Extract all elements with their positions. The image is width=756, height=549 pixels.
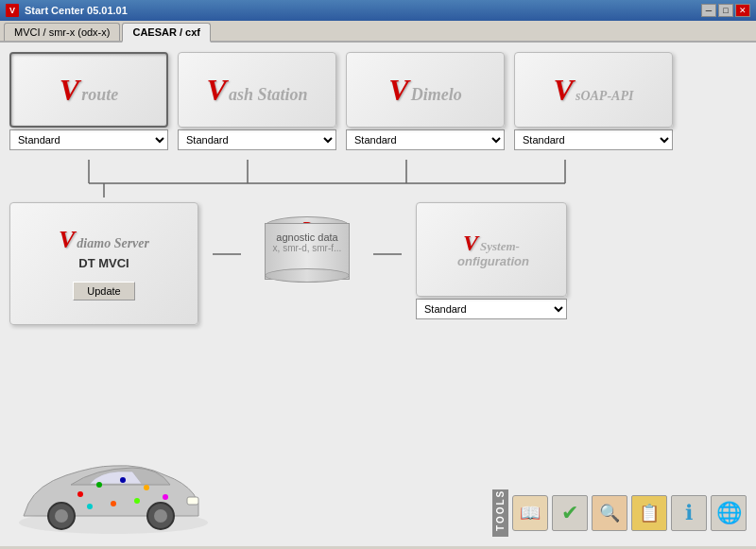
app-icon: V [6, 4, 19, 17]
vsoap-text: sOAP-API [576, 89, 633, 104]
window-controls[interactable]: ─ □ ✕ [701, 4, 750, 17]
tab-caesar[interactable]: CAESAR / cxf [122, 23, 211, 43]
window-title: Start Center 05.01.01 [25, 5, 128, 16]
diagnostic-area: D agnostic data x, smr-d, smr-f... [255, 212, 359, 287]
tab-mvci[interactable]: MVCI / smr-x (odx-x) [4, 23, 120, 41]
update-button[interactable]: Update [73, 282, 134, 300]
vdimelo-text: Dimelo [411, 85, 462, 105]
vroute-logo: V route [52, 67, 126, 112]
vsoap-dropdown-row: Standard [514, 129, 673, 150]
svg-point-16 [120, 477, 126, 483]
svg-rect-13 [187, 497, 198, 505]
vsoap-v: V [554, 75, 574, 105]
vroute-v: V [60, 75, 79, 105]
vsoap-card-wrapper: V sOAP-API Standard [514, 52, 673, 150]
svg-point-17 [144, 485, 149, 490]
diag-label-line1: agnostic data [270, 232, 344, 243]
vsoap-logo: V sOAP-API [546, 67, 642, 112]
vroute-dropdown[interactable]: Standard [9, 129, 168, 150]
vdimelo-card[interactable]: V Dimelo [346, 52, 505, 128]
svg-point-18 [163, 494, 168, 500]
search-icon[interactable]: 🔍 [592, 495, 627, 531]
main-content: V route Standard V ash Station Standar [0, 43, 756, 546]
svg-point-15 [96, 482, 102, 488]
top-cards-row: V route Standard V ash Station Standar [9, 52, 747, 150]
svg-point-12 [154, 509, 167, 523]
connector-line-1 [213, 249, 241, 259]
globe-icon[interactable]: 🌐 [711, 495, 747, 531]
checkmark-icon[interactable]: ✔ [552, 495, 588, 531]
vroute-card-wrapper: V route Standard [9, 52, 168, 150]
sysconfig-card[interactable]: V System- onfiguration [416, 202, 567, 297]
vash-dropdown[interactable]: Standard [178, 129, 336, 150]
svg-point-21 [134, 498, 140, 504]
vsoap-dropdown[interactable]: Standard [514, 129, 673, 150]
sysconfig-logo: V System- [463, 232, 520, 254]
cylinder-bottom [265, 268, 350, 283]
sysconfig-dropdown-row: Standard [416, 299, 567, 319]
maximize-button[interactable]: □ [718, 4, 733, 17]
close-button[interactable]: ✕ [735, 4, 750, 17]
vsoap-card[interactable]: V sOAP-API [514, 52, 673, 128]
vash-card-wrapper: V ash Station Standard [178, 52, 336, 150]
connector-line-2 [373, 249, 402, 259]
svg-point-14 [77, 491, 83, 497]
sysconfig-wrapper: V System- onfiguration Standard [416, 202, 567, 319]
server-diag-connector [213, 249, 241, 259]
log-icon[interactable]: 📋 [631, 495, 667, 531]
vroute-dropdown-row: Standard [9, 129, 168, 150]
server-v: V [59, 228, 75, 252]
svg-point-20 [111, 501, 116, 506]
diagnostic-cylinder: D agnostic data x, smr-d, smr-f... [255, 212, 359, 287]
title-bar: V Start Center 05.01.01 ─ □ ✕ [0, 0, 756, 21]
vroute-card[interactable]: V route [9, 52, 168, 128]
svg-point-10 [55, 509, 68, 523]
diag-label-line2: x, smr-d, smr-f... [270, 243, 344, 253]
vdimelo-logo: V Dimelo [381, 67, 469, 112]
vash-dropdown-row: Standard [178, 129, 336, 150]
server-title: V diamo Server [59, 228, 149, 252]
server-card: V diamo Server DT MVCI Update [9, 202, 198, 325]
vash-v: V [207, 75, 227, 105]
vroute-text: route [81, 85, 118, 105]
diag-sysconfig-connector [373, 249, 402, 259]
car-svg [9, 433, 217, 537]
sysconfig-v: V [463, 232, 478, 254]
bottom-section: V diamo Server DT MVCI Update D [9, 202, 747, 325]
minimize-button[interactable]: ─ [701, 4, 716, 17]
vash-card[interactable]: V ash Station [178, 52, 336, 128]
tools-label: TOOLS [492, 489, 508, 537]
vdimelo-card-wrapper: V Dimelo Standard [346, 52, 505, 150]
sysconfig-text1: System- [480, 239, 520, 254]
connection-lines [9, 160, 747, 197]
vdimelo-dropdown-row: Standard [346, 129, 505, 150]
svg-point-19 [87, 504, 93, 509]
bottom-area: TOOLS 📖 ✔ 🔍 📋 ℹ 🌐 [9, 433, 747, 537]
vdimelo-dropdown[interactable]: Standard [346, 129, 505, 150]
book-icon[interactable]: 📖 [512, 495, 548, 531]
server-text: diamo Server [77, 236, 149, 251]
vash-text: ash Station [229, 85, 308, 105]
sysconfig-text2: onfiguration [454, 254, 529, 268]
server-subtitle: DT MVCI [78, 256, 129, 270]
vdimelo-v: V [388, 75, 408, 105]
info-icon[interactable]: ℹ [671, 495, 707, 531]
vash-logo: V ash Station [199, 67, 316, 112]
tools-area: TOOLS 📖 ✔ 🔍 📋 ℹ 🌐 [492, 489, 747, 537]
sysconfig-dropdown[interactable]: Standard [416, 299, 567, 319]
tab-bar: MVCI / smr-x (odx-x) CAESAR / cxf [0, 21, 756, 43]
car-image [9, 433, 217, 537]
